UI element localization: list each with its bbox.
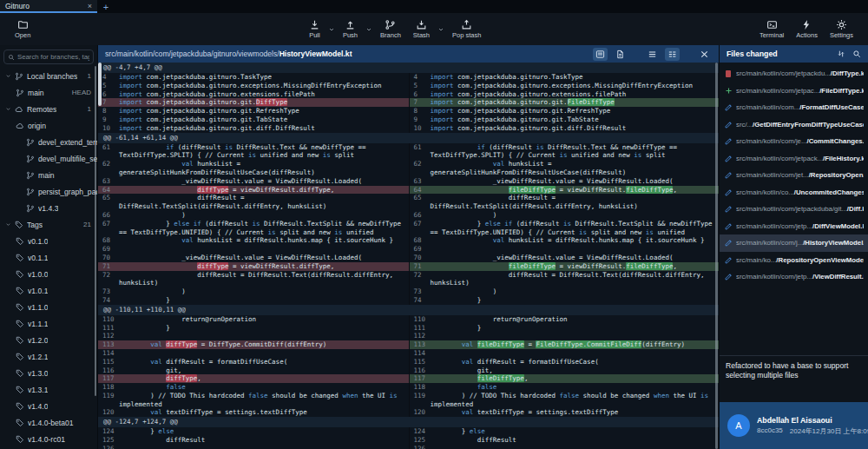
file-row--diff-kt[interactable]: src/main/kotlin/com/jetpackduba/git.../D… bbox=[720, 201, 868, 218]
actions-button[interactable]: Actions bbox=[790, 17, 824, 41]
tree-item-origin[interactable]: origin bbox=[0, 117, 97, 134]
file-path: src/main/kotlin/com.../FormatDiffUseCase… bbox=[736, 103, 864, 111]
push-dropdown-button[interactable] bbox=[364, 26, 374, 33]
new-tab-button[interactable]: + bbox=[97, 0, 115, 13]
file-row--formatdiffusecase-kt[interactable]: src/main/kotlin/com.../FormatDiffUseCase… bbox=[720, 99, 868, 116]
diff-left-cell: 72 diffResult = DiffResult.Text(diffResu… bbox=[98, 271, 409, 288]
line-number: 73 bbox=[98, 287, 119, 296]
file-row--diffviewmodel-kt[interactable]: src/main/kotlin/com/jetp.../DiffViewMode… bbox=[720, 218, 868, 235]
diff-right-cell: 64 fileDiffType = viewDiffResult.fileDif… bbox=[409, 186, 720, 195]
line-number: 8 bbox=[410, 107, 431, 116]
text-view-button[interactable] bbox=[613, 48, 628, 61]
pop-stash-button[interactable]: Pop stash bbox=[446, 17, 487, 41]
tree-item-v1-4-0-rc01[interactable]: v1.4.0-rc01 bbox=[0, 431, 97, 447]
diff-row: 61 if (diffResult is DiffResult.Text && … bbox=[98, 143, 719, 161]
cloud-icon bbox=[15, 105, 23, 114]
tree-item-v1-3-0[interactable]: v1.3.0 bbox=[0, 365, 97, 381]
diff-row: 119 ) // TODO This hardcoded false shoul… bbox=[98, 392, 719, 409]
diff-left-cell: 68 val hunksList = diffResult.hunks.map … bbox=[98, 236, 409, 245]
diff-left-cell: 7import com.jetpackduba.gitnuro.git.Diff… bbox=[98, 98, 409, 107]
tab-close-icon[interactable]: × bbox=[88, 2, 92, 10]
tag-icon bbox=[16, 287, 24, 295]
file-row--filehistory-kt[interactable]: src/main/kotlin/com/jetpack.../FileHisto… bbox=[720, 150, 868, 168]
file-row--viewdiffresult-kt[interactable]: src/main/kotlin/com/jetp.../ViewDiffResu… bbox=[720, 268, 868, 286]
document-icon bbox=[615, 50, 625, 59]
file-row--uncommitedchanges-kt[interactable]: src/main/kotlin/co.../UncommitedChanges.… bbox=[720, 184, 868, 201]
tree-item-main[interactable]: mainHEAD bbox=[0, 84, 97, 101]
open-button[interactable]: Open bbox=[9, 17, 36, 41]
branch-search-box[interactable] bbox=[3, 50, 94, 64]
unified-view-button[interactable] bbox=[645, 48, 660, 61]
tree-item-v1-2-0[interactable]: v1.2.0 bbox=[0, 332, 97, 348]
tree-item-devel-multifile-selecti[interactable]: devel_multifile_selecti bbox=[0, 150, 97, 167]
tree-section-local-branches[interactable]: Local branches1 bbox=[0, 68, 97, 84]
sort-icon[interactable] bbox=[837, 50, 845, 58]
branch-icon bbox=[26, 188, 35, 196]
chevron-down-icon bbox=[5, 106, 11, 112]
chevron-down-icon bbox=[328, 26, 335, 33]
diff-row: 5import com.jetpackduba.gitnuro.exceptio… bbox=[98, 82, 719, 90]
file-row--filedifftype-kt[interactable]: src/main/kotlin/com/jetpac.../FileDiffTy… bbox=[720, 83, 868, 100]
tree-item-main[interactable]: main bbox=[0, 167, 97, 183]
close-diff-button[interactable] bbox=[697, 48, 712, 61]
tree-item-v1-4-0-beta01[interactable]: v1.4.0-beta01 bbox=[0, 414, 97, 431]
tree-item-v1-0-0[interactable]: v1.0.0 bbox=[0, 266, 97, 282]
code-line: val hunksList = diffResult.hunks.map { i… bbox=[431, 236, 720, 245]
tree-item-persist-graph-paddin[interactable]: persist_graph_paddin bbox=[0, 183, 97, 200]
tree-item-v1-1-1[interactable]: v1.1.1 bbox=[0, 315, 97, 332]
diff-right-scrollbar[interactable] bbox=[715, 63, 718, 449]
settings-button[interactable]: Settings bbox=[824, 17, 859, 41]
file-row--commitchanges-kt[interactable]: src/main/kotlin/com/je.../CommitChanges.… bbox=[720, 133, 868, 150]
sidebar-scrollbar[interactable] bbox=[95, 66, 96, 396]
terminal-button[interactable]: Terminal bbox=[753, 17, 790, 41]
push-button[interactable]: Push bbox=[337, 17, 364, 41]
diff-left-cell: 73 ) bbox=[98, 287, 409, 296]
line-number: 8 bbox=[98, 107, 119, 116]
tree-item-v1-3-1[interactable]: v1.3.1 bbox=[0, 381, 97, 398]
branch-button[interactable]: Branch bbox=[374, 17, 407, 41]
tree-section-tags[interactable]: Tags21 bbox=[0, 216, 97, 233]
split-view-button[interactable] bbox=[665, 48, 680, 61]
diff-right-cell: 8import com.jetpackduba.gitnuro.git.Refr… bbox=[409, 107, 720, 116]
author-meta: Abdellah El Aissaoui 8cc0c35 2024年12月30日… bbox=[757, 416, 860, 436]
diff-left-scrollbar[interactable] bbox=[98, 63, 102, 106]
code-line: import com.jetpackduba.gitnuro.git.TabSt… bbox=[431, 116, 720, 124]
gear-icon bbox=[836, 19, 847, 30]
pull-dropdown-button[interactable] bbox=[326, 26, 337, 33]
line-number: 125 bbox=[98, 436, 119, 445]
search-icon[interactable] bbox=[852, 50, 861, 58]
code-line: diffResult bbox=[119, 436, 409, 445]
tree-item-devel-extend-termina[interactable]: devel_extend_termina bbox=[0, 134, 97, 150]
tree-item-v1-2-1[interactable]: v1.2.1 bbox=[0, 348, 97, 365]
stash-button[interactable]: Stash bbox=[407, 17, 436, 41]
diff-left-cell: 115 val diffResult = formatDiffUseCase( bbox=[98, 358, 409, 366]
code-line bbox=[431, 245, 720, 254]
file-row--repositoryopen-kt[interactable]: src/main/kotlin/com/jet.../RepositoryOpe… bbox=[720, 167, 868, 184]
pull-button[interactable]: Pull bbox=[303, 17, 326, 41]
tree-item-v0-1-0[interactable]: v0.1.0 bbox=[0, 233, 97, 249]
tree-item-v1-4-0[interactable]: v1.4.0 bbox=[0, 398, 97, 414]
file-row--difftype-kt[interactable]: src/main/kotlin/com/jetpackdu.../DiffTyp… bbox=[720, 65, 868, 83]
tree-item-v1-4-3[interactable]: v1.4.3 bbox=[0, 200, 97, 216]
diff-left-cell: 111 } bbox=[98, 324, 409, 333]
file-row--getdiffentryfromdifftypeusecase-kt[interactable]: src/.../GetDiffEntryFromDiffTypeUseCase.… bbox=[720, 116, 868, 134]
tree-item-v1-1-0[interactable]: v1.1.0 bbox=[0, 299, 97, 315]
branch-search-input[interactable] bbox=[17, 53, 89, 61]
diff-left-cell: 67 } else if (diffResult is DiffResult.T… bbox=[98, 220, 409, 237]
tree-section-remotes[interactable]: Remotes1 bbox=[0, 101, 97, 117]
tab-gitnuro[interactable]: Gitnuro × bbox=[0, 0, 97, 13]
tree-item-v1-0-1[interactable]: v1.0.1 bbox=[0, 282, 97, 299]
tree-item-v0-1-1[interactable]: v0.1.1 bbox=[0, 249, 97, 266]
diff-right-cell: 63 _viewDiffResult.value = ViewDiffResul… bbox=[409, 177, 720, 186]
code-line bbox=[119, 445, 409, 449]
full-file-view-button[interactable] bbox=[593, 48, 608, 61]
stash-dropdown-button[interactable] bbox=[436, 26, 446, 33]
diff-right-cell: 117 fileDiffType, bbox=[409, 374, 720, 383]
diff-right-cell: 5import com.jetpackduba.gitnuro.exceptio… bbox=[409, 82, 720, 90]
line-number: 126 bbox=[98, 445, 119, 449]
file-row--historyviewmodel-kt[interactable]: src/main/kotlin/com/j.../HistoryViewMode… bbox=[720, 234, 868, 252]
diff-right-cell: 110 return@runOperation bbox=[409, 315, 720, 324]
diff-row: 126126 bbox=[98, 445, 719, 449]
line-number: 118 bbox=[98, 383, 119, 392]
file-row--repositoryopenviewmodel-kt[interactable]: src/main/ko.../RepositoryOpenViewModel.k… bbox=[720, 252, 868, 269]
